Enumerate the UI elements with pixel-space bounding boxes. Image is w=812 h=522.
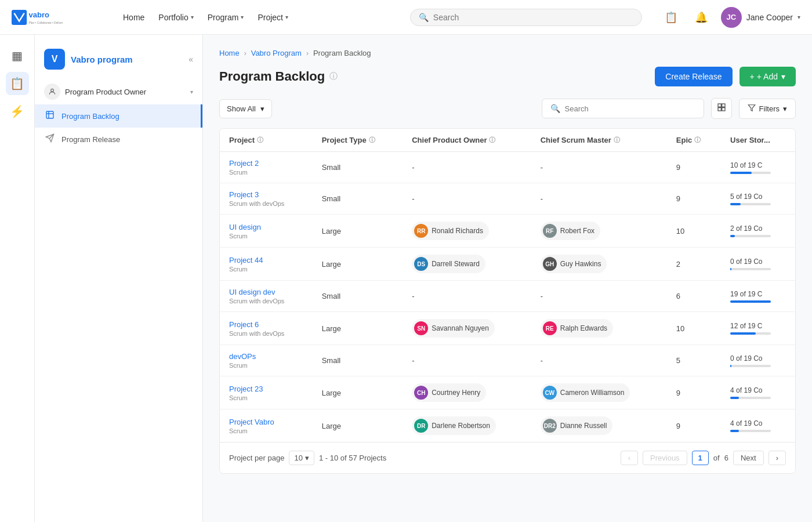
pagination-bar: Project per page 10 ▾ 1 - 10 of 57 Proje…	[220, 442, 795, 473]
cell-csm-5: RE Ralph Edwards	[531, 312, 667, 345]
svg-text:Plan • Collaborate • Deliver: Plan • Collaborate • Deliver	[28, 21, 63, 24]
nav-program[interactable]: Program ▾	[208, 13, 244, 22]
pagination-right: ‹ Previous 1 of 6 Next ›	[621, 451, 786, 465]
per-page-label: Project per page	[229, 454, 284, 462]
role-label: Program Product Owner	[65, 88, 186, 96]
svg-rect-9	[722, 104, 724, 107]
messages-button[interactable]: 📋	[661, 7, 682, 28]
col-epic-info-icon[interactable]: ⓘ	[694, 136, 701, 144]
cell-us-5: 12 of 19 C	[721, 312, 795, 345]
cpo-name-3: Darrell Steward	[432, 260, 480, 268]
add-button[interactable]: + + Add ▾	[740, 67, 796, 86]
filters-button[interactable]: Filters ▾	[739, 99, 796, 119]
us-text-7: 4 of 19 Co	[730, 386, 786, 394]
breadcrumb-program[interactable]: Vabro Program	[251, 49, 302, 57]
us-progress-fill-1	[730, 203, 741, 205]
global-search-input[interactable]	[433, 13, 633, 22]
toolbar-search-input[interactable]	[565, 104, 695, 113]
show-all-dropdown[interactable]: Show All ▾	[219, 99, 272, 118]
project-link-3[interactable]: Project 44	[229, 256, 263, 264]
page-size-select[interactable]: 10 ▾	[289, 451, 314, 465]
project-link-8[interactable]: Project Vabro	[229, 418, 274, 426]
col-type-info-icon[interactable]: ⓘ	[369, 136, 375, 144]
cpo-dash-4: -	[412, 292, 414, 300]
backlog-nav-icon	[44, 110, 56, 122]
us-progress-fill-2	[730, 235, 735, 237]
project-link-1[interactable]: Project 3	[229, 190, 259, 199]
cell-csm-1: -	[531, 183, 667, 215]
pagination-range: 1 - 10 of 57 Projects	[319, 454, 386, 462]
logo-area: vabro Plan • Collaborate • Deliver	[12, 7, 104, 28]
cell-epic-0: 9	[667, 152, 721, 183]
nav-portfolio[interactable]: Portfolio ▾	[158, 13, 193, 22]
cell-project-1: Project 3 Scrum with devOps	[220, 183, 313, 215]
sidebar-icon-board[interactable]: ▦	[6, 44, 29, 67]
cell-project-8: Project Vabro Scrum	[220, 409, 313, 443]
collapse-sidebar-button[interactable]: «	[188, 55, 193, 64]
page-title-area: Program Backlog ⓘ	[219, 69, 338, 84]
csm-chip-5: RE Ralph Edwards	[541, 319, 613, 338]
svg-rect-10	[718, 108, 721, 111]
table-header-row: Project ⓘ Project Type ⓘ	[220, 129, 795, 152]
cell-csm-0: -	[531, 152, 667, 183]
project-link-0[interactable]: Project 2	[229, 159, 259, 168]
cell-us-7: 4 of 19 Co	[721, 376, 795, 409]
breadcrumb-home[interactable]: Home	[219, 49, 240, 57]
project-link-4[interactable]: UI design dev	[229, 288, 276, 296]
project-chevron-icon: ▾	[285, 14, 288, 20]
project-link-2[interactable]: UI design	[229, 223, 261, 231]
total-pages: 6	[724, 454, 728, 462]
next-page-text-button[interactable]: Next	[733, 451, 764, 465]
csm-dash-6: -	[541, 356, 543, 365]
cell-type-3: Large	[313, 248, 403, 281]
cell-us-6: 0 of 19 Co	[721, 345, 795, 376]
table-body: Project 2 Scrum Small--9 10 of 19 C Proj…	[220, 152, 795, 443]
user-area[interactable]: JC Jane Cooper ▾	[721, 7, 800, 28]
us-progress-wrapper-5	[730, 332, 771, 335]
page-title-info-icon[interactable]: ⓘ	[329, 71, 338, 82]
csm-dash-4: -	[541, 292, 543, 300]
col-epic: Epic ⓘ	[667, 129, 721, 152]
nav-home[interactable]: Home	[123, 13, 144, 22]
col-cpo: Chief Product Owner ⓘ	[403, 129, 531, 152]
svg-rect-8	[718, 104, 721, 107]
us-text-4: 19 of 19 C	[730, 290, 786, 298]
create-release-button[interactable]: Create Release	[655, 67, 732, 86]
cell-type-4: Small	[313, 281, 403, 312]
next-page-button[interactable]: ›	[768, 451, 786, 465]
toolbar-search-bar[interactable]: 🔍	[542, 99, 704, 118]
col-project-info-icon[interactable]: ⓘ	[257, 136, 263, 144]
project-link-5[interactable]: Project 6	[229, 320, 259, 329]
grid-view-button[interactable]	[711, 98, 732, 119]
current-page: 1	[692, 451, 709, 465]
cell-us-4: 19 of 19 C	[721, 281, 795, 312]
notifications-button[interactable]: 🔔	[691, 7, 712, 28]
cpo-name-2: Ronald Richards	[432, 227, 483, 235]
layers-icon: ⚡	[10, 104, 24, 118]
cell-cpo-4: -	[403, 281, 531, 312]
prev-page-text-button[interactable]: Previous	[643, 451, 687, 465]
cpo-chip-3: DS Darrell Steward	[412, 255, 485, 273]
sidebar-item-release[interactable]: Program Release	[35, 128, 202, 151]
cell-project-2: UI design Scrum	[220, 215, 313, 248]
sidebar-item-backlog[interactable]: Program Backlog	[35, 104, 202, 128]
project-link-7[interactable]: Project 23	[229, 385, 263, 393]
add-chevron-icon: ▾	[781, 72, 785, 81]
us-progress-wrapper-0	[730, 172, 771, 174]
col-csm-info-icon[interactable]: ⓘ	[614, 136, 620, 144]
global-search-bar[interactable]: 🔍	[410, 9, 642, 26]
sidebar-icon-backlog[interactable]: 📋	[6, 72, 29, 95]
sidebar-role[interactable]: Program Product Owner ▾	[35, 79, 202, 104]
sidebar-icon-layers[interactable]: ⚡	[6, 100, 29, 123]
col-cpo-info-icon[interactable]: ⓘ	[489, 136, 495, 144]
sidebar-header: V Vabro program «	[35, 44, 202, 79]
us-progress-bg-1	[730, 203, 771, 205]
prev-page-button[interactable]: ‹	[621, 451, 638, 465]
filters-chevron-icon: ▾	[783, 104, 787, 113]
project-sub-2: Scrum	[229, 233, 303, 240]
plus-icon: +	[750, 72, 755, 81]
table-row: Project 3 Scrum with devOps Small--9 5 o…	[220, 183, 795, 215]
project-link-6[interactable]: devOPs	[229, 352, 256, 361]
nav-project[interactable]: Project ▾	[258, 13, 288, 22]
table-row: UI design Scrum Large RR Ronald Richards…	[220, 215, 795, 248]
